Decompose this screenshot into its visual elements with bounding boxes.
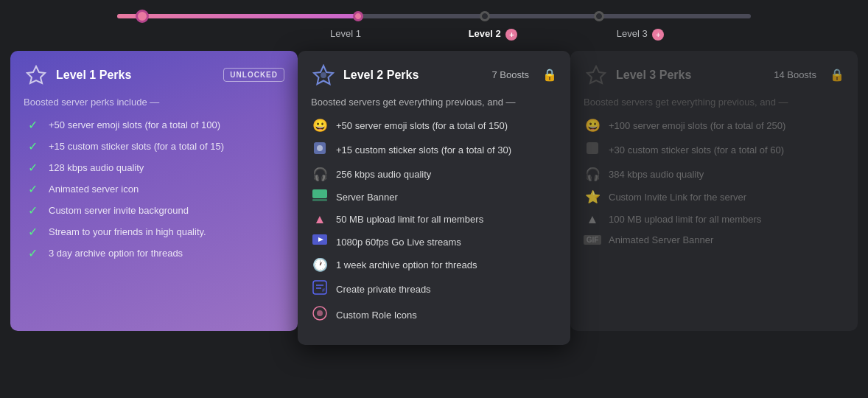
check-icon: ✓ [24,203,41,217]
perk-text: Animated server icon [49,184,139,195]
audio-icon: 🎧 [584,167,601,182]
perk-text: 256 kbps audio quality [336,169,431,180]
l1-perk-3: ✓ 128 kbps audio quality [24,161,284,175]
upload-icon: ▲ [584,212,601,227]
cards-container: Level 1 Perks UNLOCKED Boosted server pe… [0,51,868,345]
l3-perk-1: 😀 +100 server emoji slots (for a total o… [584,118,844,133]
check-icon: ✓ [24,161,41,175]
perk-text: Custom server invite background [49,205,189,216]
gif-icon: GIF [584,235,601,245]
level3-title: Level 3 Perks [616,69,766,82]
emoji-icon: 😀 [311,118,329,133]
level2-body: Boosted servers get everything previous,… [298,97,570,345]
l2-perk-8: # Create private threads [311,280,557,298]
svg-rect-5 [312,189,327,198]
perk-text: +50 server emoji slots (for a total of 1… [49,119,220,130]
progress-dot-level3 [594,11,604,21]
l1-perk-1: ✓ +50 server emoji slots (for a total of… [24,118,284,132]
check-icon: ✓ [24,225,41,239]
perk-text: Animated Server Banner [609,234,713,245]
level1-label: Level 1 [272,28,419,41]
level2-icon [311,63,336,88]
progress-dot-level1 [353,11,363,21]
l1-perk-6: ✓ Stream to your friends in high quality… [24,225,284,239]
unlocked-badge: UNLOCKED [223,68,284,82]
level2-title: Level 2 Perks [343,69,484,82]
svg-rect-16 [587,142,598,154]
star-icon: ⭐ [584,189,601,205]
lock-icon: 🔒 [830,68,844,82]
perk-text: 100 MB upload limit for all members [609,214,761,225]
level1-body: Boosted server perks include — ✓ +50 ser… [10,97,298,281]
level3-label: Level 3 + [567,28,714,41]
progress-dot-start [136,10,149,23]
perk-text: +100 server emoji slots (for a total of … [609,120,785,131]
perk-text: Stream to your friends in high quality. [49,226,206,237]
level2-card: Level 2 Perks 7 Boosts 🔒 Boosted servers… [298,51,570,345]
svg-text:#: # [322,287,325,293]
level1-title: Level 1 Perks [56,69,216,82]
perk-text: 1080p 60fps Go Live streams [336,237,461,248]
perk-text: 3 day archive option for threads [49,248,183,259]
perk-text: 1 week archive option for threads [336,259,477,270]
perk-text: Custom Role Icons [336,310,417,321]
l1-perk-2: ✓ +15 custom sticker slots (for a total … [24,139,284,153]
level3-boosts: 14 Boosts [774,69,816,80]
l2-perk-4: Server Banner [311,189,557,205]
svg-rect-6 [312,199,327,201]
audio-icon: 🎧 [311,167,329,182]
level1-card: Level 1 Perks UNLOCKED Boosted server pe… [10,51,298,331]
stream-icon [311,234,329,250]
l3-perk-4: ⭐ Custom Invite Link for the server [584,189,844,205]
svg-point-14 [317,310,323,316]
lock-icon: 🔒 [542,68,557,82]
thread-icon: # [311,280,329,298]
level2-boosts: 7 Boosts [491,69,529,80]
progress-fill [117,14,358,18]
perk-text: +15 custom sticker slots (for a total of… [49,141,224,152]
l1-perk-7: ✓ 3 day archive option for threads [24,246,284,260]
level1-subtitle: Boosted server perks include — [24,97,284,108]
l3-perk-3: 🎧 384 kbps audio quality [584,167,844,182]
l2-perk-6: 1080p 60fps Go Live streams [311,234,557,250]
perk-text: 128 kbps audio quality [49,162,144,173]
progress-section [0,0,868,25]
level3-card: Level 3 Perks 14 Boosts 🔒 Boosted server… [570,51,858,331]
level2-plus: + [505,29,517,41]
svg-point-2 [321,72,326,78]
perk-text: 50 MB upload limit for all members [336,214,483,225]
sticker-icon [311,141,329,159]
level2-header: Level 2 Perks 7 Boosts 🔒 [298,51,570,97]
l2-perk-1: 😀 +50 server emoji slots (for a total of… [311,118,557,133]
perk-text: Create private threads [336,284,431,295]
l2-perk-5: ▲ 50 MB upload limit for all members [311,212,557,227]
progress-track [117,13,751,19]
level2-subtitle: Boosted servers get everything previous,… [311,97,557,108]
check-icon: ✓ [24,182,41,196]
l3-perk-5: ▲ 100 MB upload limit for all members [584,212,844,227]
level3-plus: + [652,29,664,41]
svg-marker-0 [27,66,45,83]
svg-point-4 [317,145,323,151]
perk-text: +50 server emoji slots (for a total of 1… [336,120,508,131]
level3-icon [584,63,609,88]
clock-icon: 🕐 [311,257,329,273]
check-icon: ✓ [24,246,41,260]
l1-perk-5: ✓ Custom server invite background [24,203,284,217]
banner-icon [311,189,329,205]
level3-header: Level 3 Perks 14 Boosts 🔒 [570,51,858,97]
l3-perk-6: GIF Animated Server Banner [584,234,844,245]
l2-perk-9: Custom Role Icons [311,306,557,324]
role-icon [311,306,329,324]
perk-text: +30 custom sticker slots (for a total of… [609,144,784,156]
emoji-icon: 😀 [584,118,601,133]
check-icon: ✓ [24,118,41,132]
upload-icon: ▲ [311,212,329,227]
perk-text: Server Banner [336,192,398,203]
svg-marker-15 [587,66,605,83]
level3-body: Boosted servers get everything previous,… [570,97,858,266]
sticker-icon [584,141,601,159]
l2-perk-2: +15 custom sticker slots (for a total of… [311,141,557,159]
level1-icon [24,63,49,88]
l1-perk-4: ✓ Animated server icon [24,182,284,196]
